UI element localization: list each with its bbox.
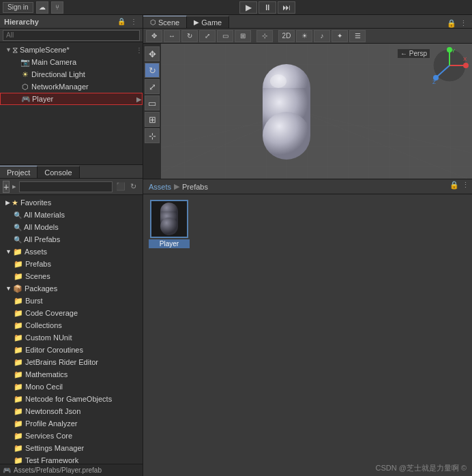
tool-rotate[interactable]: ↻ — [181, 30, 198, 42]
pkg-netcode[interactable]: 📁 Netcode for GameObjects — [0, 393, 143, 405]
pkg-collections[interactable]: 📁 Collections — [0, 319, 143, 331]
project-scenes[interactable]: 📁 Scenes — [0, 270, 143, 282]
lock-icon[interactable]: 🔒 — [447, 18, 456, 28]
tool-move[interactable]: ↔ — [164, 30, 180, 42]
lock-icon[interactable]: 🔒 — [449, 181, 459, 190]
more-icon[interactable]: ⋮ — [129, 17, 138, 27]
hierarchy-item-label: Player — [32, 95, 53, 103]
filter-icon[interactable]: ⚐ — [140, 181, 143, 192]
refresh-icon[interactable]: ↻ — [128, 181, 138, 192]
hierarchy-search-input[interactable] — [3, 30, 140, 41]
folder-icon: 📁 — [14, 260, 23, 269]
svg-text:Y: Y — [452, 48, 456, 54]
tool-scale[interactable]: ⤢ — [199, 30, 216, 42]
player-3d-object — [252, 61, 321, 164]
hierarchy-item-networkmanager[interactable]: ⬡ NetworkManager — [0, 80, 143, 93]
folder-icon: 📁 — [13, 248, 23, 256]
branch-icon[interactable]: ⑂ — [51, 1, 63, 14]
hierarchy-item-maincamera[interactable]: 📷 Main Camera — [0, 56, 143, 68]
step-button[interactable]: ⏭ — [278, 1, 295, 14]
svg-text:Z: Z — [432, 79, 436, 85]
all-prefabs-label: All Prefabs — [24, 235, 60, 243]
gizmo-widget[interactable]: X Y Z — [431, 47, 469, 85]
search-icon: 🔍 — [14, 211, 22, 219]
pkg-jetbrains[interactable]: 📁 JetBrains Rider Editor — [0, 356, 143, 368]
tool-grid[interactable]: ⊹ — [256, 30, 273, 42]
arrow-icon[interactable]: ▸ — [12, 182, 16, 192]
folder-icon: 📁 — [14, 383, 23, 391]
tool-move-side[interactable]: ✥ — [145, 46, 160, 61]
more-icon[interactable]: ⋮ — [458, 18, 468, 28]
tool-audio[interactable]: ♪ — [314, 30, 330, 42]
pkg-label: Settings Manager — [25, 444, 84, 452]
tool-transform[interactable]: ⊞ — [235, 30, 251, 42]
tab-project[interactable]: Project — [0, 166, 38, 178]
project-all-models[interactable]: 🔍 All Models — [0, 221, 143, 233]
tab-game[interactable]: ▶ Game — [187, 16, 229, 28]
pkg-profileanalyzer[interactable]: 📁 Profile Analyzer — [0, 417, 143, 430]
project-all-prefabs[interactable]: 🔍 All Prefabs — [0, 233, 143, 246]
hierarchy-item-label: SampleScene* — [20, 46, 70, 54]
tab-console[interactable]: Console — [38, 166, 79, 178]
hierarchy-item-player[interactable]: 🎮 Player ▶ — [0, 93, 143, 105]
tool-rotate-side[interactable]: ↻ — [145, 63, 160, 78]
scene-viewport[interactable]: ✥ ↻ ⤢ ▭ ⊞ ⊹ — [143, 44, 472, 179]
tool-hidden[interactable]: ☰ — [349, 30, 366, 42]
pkg-testframework[interactable]: 📁 Test Framework — [0, 454, 143, 464]
project-all-materials[interactable]: 🔍 All Materials — [0, 209, 143, 221]
breadcrumb-prefabs: Prefabs — [182, 183, 208, 191]
project-assets[interactable]: ▼ 📁 Assets — [0, 246, 143, 258]
tool-rect-side[interactable]: ▭ — [145, 95, 160, 110]
tool-2d[interactable]: 2D — [278, 30, 295, 42]
tab-project-label: Project — [7, 168, 30, 177]
folder-icon: 📁 — [14, 358, 23, 367]
tool-scale-side[interactable]: ⤢ — [145, 79, 160, 94]
tab-scene[interactable]: ⬡ Scene — [143, 16, 187, 28]
tool-extra-side[interactable]: ⊹ — [145, 128, 160, 143]
tool-transform-side[interactable]: ⊞ — [145, 112, 160, 127]
pkg-label: Collections — [25, 321, 62, 329]
project-prefabs[interactable]: 📁 Prefabs — [0, 258, 143, 270]
asset-player[interactable]: Player — [149, 200, 190, 248]
scene-toolbar: ✥ ↔ ↻ ⤢ ▭ ⊞ ⊹ 2D ☀ ♪ ✦ ☰ — [143, 29, 472, 44]
play-button[interactable]: ▶ — [239, 1, 257, 14]
tool-light[interactable]: ☀ — [296, 30, 312, 42]
lock-icon[interactable]: 🔒 — [117, 17, 126, 27]
pkg-monocecil[interactable]: 📁 Mono Cecil — [0, 381, 143, 393]
pkg-customnunit[interactable]: 📁 Custom NUnit — [0, 331, 143, 344]
tab-scene-label: Scene — [158, 18, 179, 27]
tool-hand[interactable]: ✥ — [146, 30, 162, 42]
more-icon[interactable]: ⋮ — [462, 181, 469, 190]
pkg-editorcoroutines[interactable]: 📁 Editor Coroutines — [0, 344, 143, 356]
hierarchy-item-menu[interactable]: ⋮ — [136, 46, 143, 54]
assets-content: Player — [143, 194, 472, 476]
breadcrumb-assets[interactable]: Assets — [149, 183, 171, 191]
add-button[interactable]: + — [3, 181, 10, 193]
hierarchy-item-directionallight[interactable]: ☀ Directional Light — [0, 68, 143, 80]
folder-icon: 📁 — [14, 456, 23, 464]
pkg-burst[interactable]: 📁 Burst — [0, 295, 143, 307]
pkg-settingsmanager[interactable]: 📁 Settings Manager — [0, 442, 143, 454]
pkg-label: Custom NUnit — [25, 333, 72, 342]
tool-fx[interactable]: ✦ — [331, 30, 348, 42]
project-search-input[interactable] — [19, 181, 113, 192]
tool-rect[interactable]: ▭ — [217, 30, 233, 42]
project-packages[interactable]: ▼ 📦 Packages — [0, 282, 143, 295]
expand-arrow: ▼ — [5, 46, 12, 53]
pkg-newtonsoft[interactable]: 📁 Newtonsoft Json — [0, 405, 143, 417]
pkg-mathematics[interactable]: 📁 Mathematics — [0, 368, 143, 381]
all-models-label: All Models — [24, 223, 59, 231]
signin-button[interactable]: Sign in — [3, 2, 33, 13]
hierarchy-item-samplescene[interactable]: ▼ ⧖ SampleScene* ⋮ — [0, 44, 143, 56]
pkg-servicescore[interactable]: 📁 Services Core — [0, 430, 143, 442]
pkg-label: Code Coverage — [25, 309, 78, 317]
pause-button[interactable]: ⏸ — [259, 1, 276, 14]
save-icon[interactable]: ⬛ — [115, 181, 126, 192]
project-favorites[interactable]: ▶ ★ Favorites — [0, 196, 143, 209]
cloud-icon[interactable]: ☁ — [36, 1, 48, 14]
right-panel: ⬡ Scene ▶ Game 🔒 ⋮ ✥ ↔ ↻ ⤢ ▭ ⊞ — [143, 15, 472, 476]
folder-icon: 📁 — [14, 297, 23, 306]
pkg-codecoverage[interactable]: 📁 Code Coverage — [0, 307, 143, 319]
pkg-label: Burst — [25, 297, 43, 305]
expand-icon: ▼ — [5, 248, 12, 255]
